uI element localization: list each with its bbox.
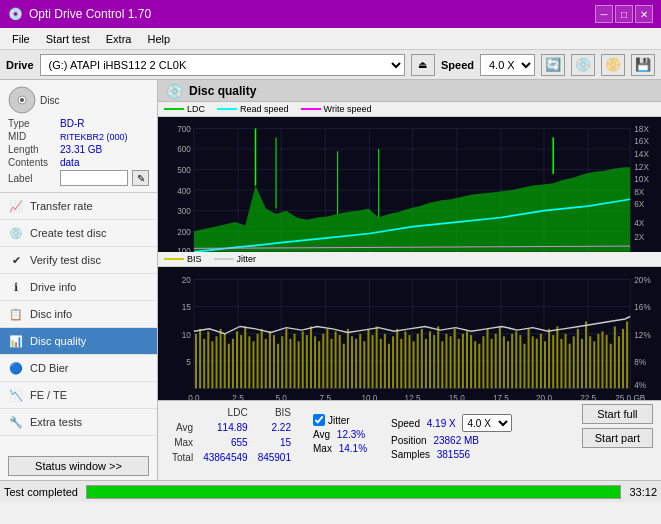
svg-rect-191 (601, 331, 603, 388)
samples-label: Samples (391, 449, 430, 460)
nav-cd-bier[interactable]: 🔵 CD Bier (0, 355, 157, 382)
svg-text:16%: 16% (634, 301, 650, 312)
eject-button[interactable]: ⏏ (411, 54, 435, 76)
position-label: Position (391, 435, 427, 446)
nav-transfer-rate[interactable]: 📈 Transfer rate (0, 193, 157, 220)
svg-text:4X: 4X (634, 217, 644, 228)
disc-rows: Type BD-R MID RITEKBR2 (000) Length 23.3… (8, 118, 149, 186)
svg-rect-144 (408, 335, 410, 388)
svg-rect-136 (376, 326, 378, 388)
nav-verify-test-disc[interactable]: ✔ Verify test disc (0, 247, 157, 274)
svg-rect-128 (343, 343, 345, 388)
position-row: Position 23862 MB (391, 435, 512, 446)
svg-rect-141 (396, 328, 398, 387)
disc-label-row: Label ✎ (8, 170, 149, 186)
svg-rect-140 (392, 336, 394, 388)
svg-rect-183 (569, 343, 571, 388)
bottom-chart-svg: 20 15 10 5 20% 16% 12% 8% 4% 0.0 2.5 5.0… (158, 267, 661, 401)
save-button[interactable]: 💾 (631, 54, 655, 76)
svg-text:4%: 4% (634, 379, 646, 390)
disc-button[interactable]: 💿 (571, 54, 595, 76)
max-bis-val: 15 (254, 436, 295, 449)
svg-rect-181 (560, 338, 562, 388)
svg-text:20.0: 20.0 (536, 391, 552, 400)
svg-rect-145 (413, 341, 415, 388)
position-val: 23862 MB (433, 435, 479, 446)
svg-rect-146 (417, 333, 419, 387)
svg-rect-167 (503, 336, 505, 388)
menu-extra[interactable]: Extra (98, 31, 140, 47)
svg-rect-103 (240, 335, 242, 388)
svg-rect-190 (597, 333, 599, 387)
jitter-checkbox[interactable] (313, 414, 325, 426)
refresh-button[interactable]: 🔄 (541, 54, 565, 76)
top-chart: LDC Read speed Write speed (158, 102, 661, 252)
disc-header-label: Disc (40, 95, 59, 106)
svg-rect-127 (339, 335, 341, 388)
nav-fe-te[interactable]: 📉 FE / TE (0, 382, 157, 409)
drive-select[interactable]: (G:) ATAPI iHBS112 2 CL0K (40, 54, 405, 76)
menu-help[interactable]: Help (139, 31, 178, 47)
nav-extra-tests[interactable]: 🔧 Extra tests (0, 409, 157, 436)
svg-rect-94 (203, 338, 205, 388)
svg-rect-95 (207, 331, 209, 388)
svg-rect-159 (470, 335, 472, 388)
nav-disc-quality[interactable]: 📊 Disc quality (0, 328, 157, 355)
start-part-button[interactable]: Start part (582, 428, 653, 448)
svg-text:15.0: 15.0 (449, 391, 465, 400)
svg-rect-177 (544, 341, 546, 388)
svg-rect-155 (454, 328, 456, 387)
app-icon: 💿 (8, 7, 23, 21)
extra-tests-icon: 🔧 (8, 414, 24, 430)
avg-bis-val: 2.22 (254, 421, 295, 434)
svg-rect-152 (441, 341, 443, 388)
bottom-legend: BIS Jitter (158, 252, 661, 267)
svg-rect-132 (359, 333, 361, 387)
svg-text:8X: 8X (634, 186, 644, 197)
svg-rect-121 (314, 336, 316, 388)
svg-rect-134 (367, 328, 369, 387)
svg-text:400: 400 (177, 185, 191, 196)
svg-rect-151 (437, 326, 439, 388)
status-window-button[interactable]: Status window >> (8, 456, 149, 476)
svg-rect-185 (577, 328, 579, 387)
menubar: File Start test Extra Help (0, 28, 661, 50)
disc-info-icon: 📋 (8, 306, 24, 322)
nav-create-test-disc[interactable]: 💿 Create test disc (0, 220, 157, 247)
sidebar: Disc Type BD-R MID RITEKBR2 (000) Length… (0, 80, 158, 480)
svg-rect-163 (486, 328, 488, 387)
menu-starttest[interactable]: Start test (38, 31, 98, 47)
svg-rect-111 (273, 335, 275, 388)
progress-bar (86, 485, 621, 499)
main-area: Disc Type BD-R MID RITEKBR2 (000) Length… (0, 80, 661, 480)
minimize-button[interactable]: ─ (595, 5, 613, 23)
disc-label-edit-button[interactable]: ✎ (132, 170, 149, 186)
speed-label: Speed (441, 59, 474, 71)
svg-rect-117 (298, 341, 300, 388)
svg-rect-173 (528, 328, 530, 387)
jitter-max-row: Max 14.1% (313, 443, 367, 454)
menu-file[interactable]: File (4, 31, 38, 47)
chart-title: Disc quality (189, 84, 256, 98)
svg-rect-123 (322, 333, 324, 387)
speed-select-stats[interactable]: 4.0 X (462, 414, 512, 432)
disc-label-input[interactable] (60, 170, 128, 186)
start-full-button[interactable]: Start full (582, 404, 653, 424)
maximize-button[interactable]: □ (615, 5, 633, 23)
titlebar-controls: ─ □ ✕ (595, 5, 653, 23)
disc2-button[interactable]: 📀 (601, 54, 625, 76)
svg-rect-99 (224, 333, 226, 387)
svg-text:10: 10 (182, 328, 191, 339)
speed-select[interactable]: 4.0 X (480, 54, 535, 76)
titlebar: 💿 Opti Drive Control 1.70 ─ □ ✕ (0, 0, 661, 28)
nav-drive-info[interactable]: ℹ Drive info (0, 274, 157, 301)
svg-rect-158 (466, 331, 468, 388)
svg-rect-194 (614, 326, 616, 388)
svg-rect-118 (302, 331, 304, 388)
avg-row-label: Avg (168, 421, 197, 434)
nav-disc-info[interactable]: 📋 Disc info (0, 301, 157, 328)
close-button[interactable]: ✕ (635, 5, 653, 23)
svg-text:0.0: 0.0 (188, 391, 199, 400)
svg-text:15: 15 (182, 301, 191, 312)
svg-rect-139 (388, 343, 390, 388)
